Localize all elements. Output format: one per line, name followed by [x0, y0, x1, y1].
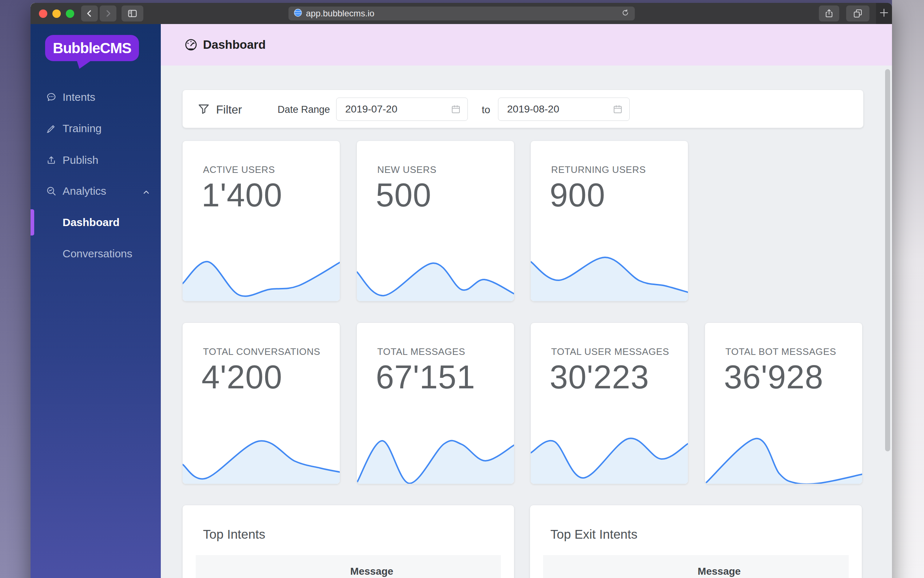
plus-icon [879, 7, 890, 19]
desktop-wallpaper-right [892, 0, 924, 578]
stat-card-total-user-messages: TOTAL USER MESSAGES 30'223 [531, 323, 688, 484]
stat-value: 900 [550, 179, 605, 211]
sidebar-item-dashboard[interactable]: Dashboard [31, 214, 161, 231]
sparkline-chart [183, 247, 340, 301]
gauge-icon [184, 38, 198, 52]
sparkline-chart [357, 247, 514, 301]
calendar-icon [450, 104, 461, 115]
table-header-row: Name Message Users Conversations [196, 555, 501, 578]
stat-value: 36'928 [724, 361, 823, 393]
sparkline-chart [357, 430, 514, 484]
sidebar-item-analytics[interactable]: Analytics [31, 183, 161, 199]
date-range-to-label: to [476, 104, 496, 116]
panel-title: Top Intents [203, 527, 265, 542]
top-intents-panel: Top Intents Name Message Users Conversat… [182, 505, 515, 578]
magnifier-chart-icon [46, 186, 57, 196]
browser-titlebar: app.bubblecms.io [31, 3, 892, 24]
sidebar-item-label: Publish [63, 154, 98, 166]
desktop-wallpaper-left [0, 0, 31, 578]
date-from-input[interactable] [336, 97, 468, 121]
stat-value: 4'200 [202, 361, 282, 393]
sidebar-toggle-button[interactable] [121, 5, 143, 21]
app-sidebar: BubbleCMS Intents Training Publish [31, 24, 161, 578]
filter-funnel-icon [196, 102, 211, 117]
stat-label: ACTIVE USERS [203, 164, 275, 175]
sparkline-chart [183, 430, 340, 484]
stat-card-total-bot-messages: TOTAL BOT MESSAGES 36'928 [705, 323, 863, 484]
sidebar-item-label: Analytics [63, 185, 106, 197]
stat-card-returning-users: RETURNING USERS 900 [531, 141, 688, 301]
stat-label: TOTAL MESSAGES [377, 346, 465, 357]
stat-card-total-conversations: TOTAL CONVERSATIONS 4'200 [182, 323, 340, 484]
minimize-window-button[interactable] [52, 10, 61, 18]
sidebar-item-label: Conversations [63, 247, 133, 260]
close-window-button[interactable] [39, 10, 47, 18]
sidebar-panel-icon [127, 8, 138, 19]
chevron-up-icon[interactable] [142, 187, 150, 195]
page-title: Dashboard [203, 38, 265, 52]
sidebar-item-label: Dashboard [63, 216, 120, 229]
sparkline-chart [705, 430, 862, 484]
date-to-input[interactable] [498, 97, 630, 121]
new-tab-button[interactable] [876, 3, 892, 24]
page-header: Dashboard [161, 24, 892, 65]
column-header-message: Message [350, 566, 393, 577]
stat-card-new-users: NEW USERS 500 [356, 141, 515, 301]
stat-value: 500 [376, 179, 432, 211]
desktop: app.bubblecms.io [0, 0, 924, 578]
date-range-label: Date Range [278, 104, 330, 115]
app-logo: BubbleCMS [45, 35, 139, 61]
sidebar-item-conversations[interactable]: Conversations [31, 246, 161, 262]
chevron-right-icon [103, 9, 113, 18]
stat-value: 1'400 [202, 179, 282, 211]
stat-card-total-messages: TOTAL MESSAGES 67'151 [356, 323, 515, 484]
tabs-icon [853, 8, 863, 19]
calendar-icon [612, 104, 623, 115]
stat-label: TOTAL BOT MESSAGES [725, 346, 836, 357]
sidebar-item-publish[interactable]: Publish [31, 152, 161, 168]
table-header-row: Name Message Users Conversations [543, 555, 849, 578]
share-button[interactable] [819, 5, 839, 21]
stat-label: NEW USERS [377, 164, 437, 175]
reload-icon[interactable] [621, 8, 630, 19]
stat-label: TOTAL CONVERSATIONS [203, 346, 320, 357]
column-header-message: Message [698, 566, 741, 577]
forward-button[interactable] [100, 5, 117, 21]
panel-title: Top Exit Intents [550, 527, 638, 542]
logo-bubble-tail [77, 60, 91, 69]
tab-overview-button[interactable] [846, 5, 869, 21]
back-button[interactable] [81, 5, 98, 21]
sidebar-item-intents[interactable]: Intents [31, 89, 161, 105]
sidebar-item-label: Training [63, 122, 102, 135]
zoom-window-button[interactable] [66, 10, 74, 18]
globe-site-icon [294, 8, 302, 19]
url-field[interactable]: app.bubblecms.io [288, 6, 635, 20]
stat-label: RETURNING USERS [551, 164, 646, 175]
vertical-scrollbar-thumb[interactable] [885, 69, 890, 451]
filter-bar: Filter Date Range to [182, 89, 864, 128]
chat-bubble-icon [46, 92, 57, 103]
upload-icon [46, 155, 57, 166]
stat-value: 67'151 [376, 361, 475, 393]
url-text: app.bubblecms.io [306, 8, 617, 19]
stat-value: 30'223 [550, 361, 649, 393]
stat-label: TOTAL USER MESSAGES [551, 346, 669, 357]
share-icon [824, 8, 834, 19]
chevron-left-icon [85, 9, 94, 18]
highlighter-icon [46, 123, 57, 134]
sparkline-chart [531, 247, 688, 301]
sparkline-chart [531, 430, 688, 484]
stat-card-active-users: ACTIVE USERS 1'400 [182, 141, 340, 301]
active-item-indicator [31, 209, 34, 235]
browser-window: app.bubblecms.io [31, 3, 892, 578]
sidebar-item-label: Intents [63, 91, 95, 103]
sidebar-item-training[interactable]: Training [31, 120, 161, 136]
filter-title: Filter [216, 103, 242, 117]
top-exit-intents-panel: Top Exit Intents Name Message Users Conv… [530, 505, 862, 578]
